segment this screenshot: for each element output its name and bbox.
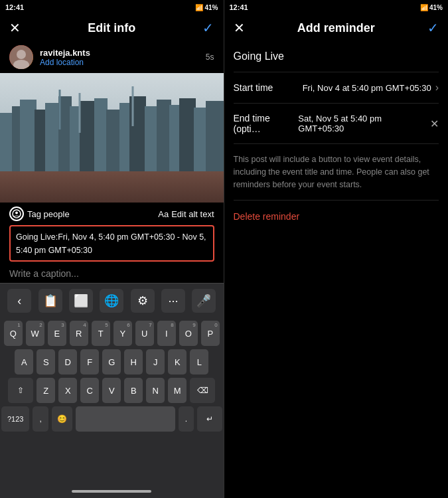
caption-input[interactable]: Write a caption... [0, 264, 224, 283]
add-location-button[interactable]: Add location [40, 58, 199, 67]
key-n[interactable]: N [146, 378, 165, 403]
svg-rect-4 [0, 113, 13, 179]
event-text: Going Live:Fri, Nov 4, 5:40 pm GMT+05:30… [16, 232, 206, 255]
key-e[interactable]: 3E [48, 321, 66, 346]
tag-icon [9, 207, 24, 221]
image-actions: Tag people Aa Edit alt text [0, 203, 224, 225]
back-key-toolbar[interactable]: ‹ [7, 289, 31, 313]
reminder-info-text: This post will include a button to view … [234, 144, 439, 201]
confirm-button-left[interactable]: ✓ [202, 20, 214, 36]
svg-point-1 [17, 50, 26, 59]
status-icons-left: 📶 41% [195, 4, 218, 11]
sticker-toolbar[interactable]: ⬜ [69, 289, 93, 313]
key-c[interactable]: C [80, 378, 99, 403]
key-enter[interactable]: ↵ [197, 406, 222, 432]
going-live-label: Going Live [234, 50, 439, 72]
start-time-value: Fri, Nov 4 at 5:40 pm GMT+05:30 › [303, 82, 439, 94]
key-b[interactable]: B [124, 378, 143, 403]
svg-rect-12 [94, 98, 108, 179]
delete-reminder-button[interactable]: Delete reminder [234, 201, 439, 232]
svg-rect-20 [194, 108, 207, 179]
settings-toolbar[interactable]: ⚙ [131, 289, 155, 313]
key-q[interactable]: 1Q [4, 321, 23, 346]
key-u[interactable]: 7U [135, 321, 154, 346]
key-z[interactable]: Z [37, 378, 55, 403]
duration-badge: 5s [206, 52, 214, 62]
close-button-right[interactable]: ✕ [234, 20, 245, 36]
key-t[interactable]: 5T [92, 321, 110, 346]
end-time-row[interactable]: End time (opti… Sat, Nov 5 at 5:40 pm GM… [234, 104, 439, 144]
key-space[interactable] [76, 406, 175, 432]
mic-toolbar[interactable]: 🎤 [192, 289, 216, 313]
key-delete[interactable]: ⌫ [190, 378, 215, 403]
key-h[interactable]: H [124, 349, 143, 374]
key-y[interactable]: 6Y [113, 321, 132, 346]
reminder-section: Going Live Start time Fri, Nov 4 at 5:40… [224, 41, 449, 236]
confirm-button-right[interactable]: ✓ [427, 20, 439, 36]
key-row-4: ?123 , 😊 . ↵ [1, 406, 222, 432]
post-image [0, 73, 224, 203]
end-time-label: End time (opti… [234, 113, 299, 134]
key-row-2: A S D F G H J K L [1, 349, 222, 374]
key-s[interactable]: S [37, 349, 55, 374]
username: raviteja.knts [40, 48, 199, 58]
key-a[interactable]: A [15, 349, 33, 374]
key-g[interactable]: G [102, 349, 121, 374]
key-period[interactable]: . [179, 406, 194, 432]
clipboard-toolbar[interactable]: 📋 [38, 289, 62, 313]
tag-people-button[interactable]: Tag people [9, 207, 70, 221]
status-bar-left: 12:41 📶 41% [0, 0, 224, 15]
key-f[interactable]: F [80, 349, 99, 374]
user-info: raviteja.knts Add location [40, 48, 199, 67]
svg-rect-7 [35, 110, 46, 179]
key-emoji[interactable]: 😊 [52, 406, 72, 432]
left-panel: 12:41 📶 41% ✕ Edit info ✓ raviteja.knts … [0, 0, 224, 498]
key-r[interactable]: 4R [70, 321, 88, 346]
status-icons-right: 📶 41% [420, 4, 443, 11]
close-button-left[interactable]: ✕ [9, 20, 21, 36]
key-j[interactable]: J [146, 349, 165, 374]
svg-point-27 [15, 212, 18, 214]
user-row: raviteja.knts Add location 5s [0, 41, 224, 73]
edit-alt-text-button[interactable]: Aa Edit alt text [158, 209, 214, 219]
edit-info-header: ✕ Edit info ✓ [0, 15, 224, 41]
key-x[interactable]: X [58, 378, 77, 403]
svg-rect-22 [0, 171, 224, 203]
key-m[interactable]: M [168, 378, 187, 403]
key-v[interactable]: V [102, 378, 121, 403]
key-d[interactable]: D [58, 349, 77, 374]
svg-rect-17 [157, 100, 171, 179]
reminder-title: Add reminder [297, 21, 375, 35]
svg-rect-8 [45, 103, 60, 179]
key-p[interactable]: 0P [201, 321, 220, 346]
more-toolbar[interactable]: ··· [161, 289, 185, 313]
key-i[interactable]: 8I [157, 321, 176, 346]
key-l[interactable]: L [190, 349, 208, 374]
status-time-left: 12:41 [5, 3, 24, 11]
key-row-1: 1Q 2W 3E 4R 5T 6Y 7U 8I 9O 0P [1, 321, 222, 346]
svg-rect-21 [206, 101, 224, 179]
home-indicator-left [72, 490, 151, 493]
page-title-left: Edit info [88, 21, 135, 35]
start-time-row[interactable]: Start time Fri, Nov 4 at 5:40 pm GMT+05:… [234, 72, 439, 104]
key-shift[interactable]: ⇧ [8, 378, 33, 403]
event-box: Going Live:Fri, Nov 4, 5:40 pm GMT+05:30… [9, 225, 214, 262]
key-k[interactable]: K [168, 349, 187, 374]
key-numbers[interactable]: ?123 [1, 406, 29, 432]
svg-rect-6 [20, 100, 37, 179]
key-w[interactable]: 2W [26, 321, 44, 346]
keyboard: 1Q 2W 3E 4R 5T 6Y 7U 8I 9O 0P A S D F G … [0, 318, 224, 485]
end-time-clear-icon[interactable]: ✕ [430, 118, 439, 130]
svg-rect-11 [80, 101, 96, 179]
translate-toolbar[interactable]: 🌐 [100, 289, 123, 313]
status-bar-right: 12:41 📶 41% [224, 0, 449, 15]
status-time-right: 12:41 [230, 3, 248, 11]
svg-rect-19 [179, 98, 196, 179]
key-o[interactable]: 9O [179, 321, 198, 346]
start-time-label: Start time [234, 82, 273, 93]
avatar [9, 45, 33, 69]
key-comma[interactable]: , [33, 406, 48, 432]
svg-rect-16 [145, 106, 158, 179]
start-time-chevron-icon: › [435, 82, 439, 94]
svg-rect-13 [106, 110, 121, 179]
